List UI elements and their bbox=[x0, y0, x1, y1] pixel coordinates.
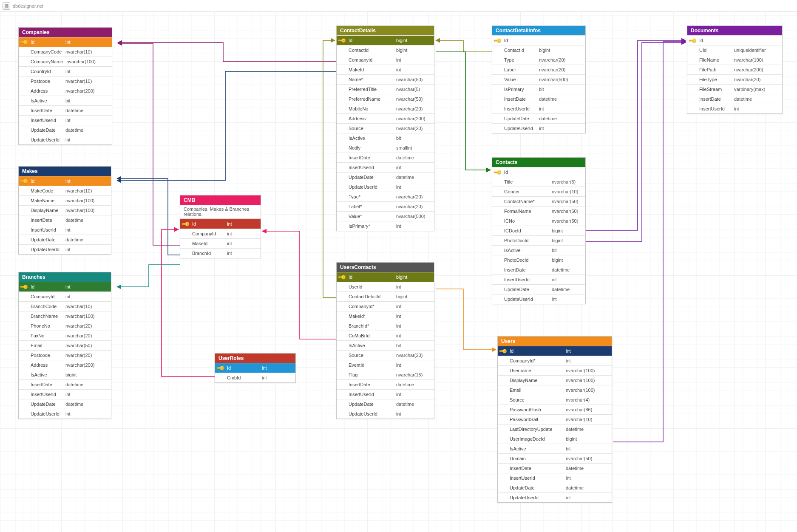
table-row[interactable]: 🔑Idint bbox=[215, 363, 295, 373]
table-row[interactable]: Titlenvarchar(5) bbox=[492, 177, 585, 187]
table-row[interactable]: 🔑Idint bbox=[498, 346, 612, 356]
table-row[interactable]: Usernamenvarchar(100) bbox=[498, 365, 612, 375]
table-row[interactable]: InsertDatedatetime bbox=[498, 463, 612, 473]
table-row[interactable]: UIduniqueidentifier bbox=[687, 45, 782, 55]
table-row[interactable]: InsertUserIdint bbox=[19, 225, 111, 235]
table-row[interactable]: UpdateUserIdint bbox=[19, 409, 111, 419]
table-row[interactable]: InsertUserIdint bbox=[19, 389, 111, 399]
table-row[interactable]: 🔑Idint bbox=[19, 37, 112, 47]
table-header[interactable]: CMB bbox=[180, 195, 261, 205]
table-row[interactable]: UpdateUserIdint bbox=[492, 294, 585, 304]
table-row[interactable]: Addressnvarchar(200) bbox=[19, 86, 112, 96]
table-row[interactable]: BranchNamenvarchar(100) bbox=[19, 311, 111, 321]
table-row[interactable]: FaxNonvarchar(20) bbox=[19, 331, 111, 340]
table-row[interactable]: InsertDatedatetime bbox=[492, 94, 585, 104]
table-documents[interactable]: Documents🔑IdbigintUIduniqueidentifierFil… bbox=[687, 25, 783, 114]
table-row[interactable]: BranchIdint bbox=[180, 248, 261, 258]
table-row[interactable]: UpdateDatedatetime bbox=[19, 399, 111, 409]
table-row[interactable]: Name*nvarchar(50) bbox=[337, 74, 434, 84]
table-row[interactable]: UpdateUserIdint bbox=[19, 135, 112, 144]
table-row[interactable]: InsertDatedatetime bbox=[19, 215, 111, 225]
table-row[interactable]: IsActivebit bbox=[337, 340, 434, 350]
table-row[interactable]: Labelnvarchar(20) bbox=[492, 65, 585, 74]
table-row[interactable]: UpdateDatedatetime bbox=[337, 399, 434, 409]
table-row[interactable]: FileStreamvarbinary(max) bbox=[687, 84, 782, 94]
table-row[interactable]: UserImageDocIdbigint bbox=[498, 434, 612, 444]
table-row[interactable]: CoMaBrIdint bbox=[337, 331, 434, 340]
table-header[interactable]: Documents bbox=[687, 26, 782, 35]
table-row[interactable]: UpdateUserIdint bbox=[19, 244, 111, 254]
table-row[interactable]: IsActivebit bbox=[19, 96, 112, 105]
table-row[interactable]: IsActivebit bbox=[337, 133, 434, 143]
table-row[interactable]: PreferredNamenvarchar(50) bbox=[337, 94, 434, 104]
table-row[interactable]: UpdateDatedatetime bbox=[337, 172, 434, 182]
table-row[interactable]: Emailnvarchar(50) bbox=[19, 340, 111, 350]
table-row[interactable]: 🔑Idbigint bbox=[337, 35, 434, 45]
table-row[interactable]: Typenvarchar(20) bbox=[492, 55, 585, 65]
table-row[interactable]: IsActivebit bbox=[498, 444, 612, 453]
table-row[interactable]: PasswordSaltnvarchar(10) bbox=[498, 414, 612, 424]
table-row[interactable]: FilePathnvarchar(200) bbox=[687, 65, 782, 74]
table-row[interactable]: MakeIdint bbox=[180, 238, 261, 248]
table-row[interactable]: ICDocIdbigint bbox=[492, 226, 585, 235]
table-row[interactable]: 🔑Idbigint bbox=[687, 35, 782, 45]
table-row[interactable]: UpdateUserIdint bbox=[492, 123, 585, 133]
table-contactdetailinfos[interactable]: ContactDetailInfos🔑IdintContactIdbigintT… bbox=[492, 25, 586, 133]
table-userroles[interactable]: UserRoles🔑IdintCmbIdint bbox=[215, 353, 296, 383]
table-row[interactable]: Postcodenvarchar(10) bbox=[19, 76, 112, 86]
diagram-canvas[interactable]: Companies🔑IdintCompanyCodenvarchar(10)Co… bbox=[0, 0, 797, 532]
table-row[interactable]: PhotoDocIdbigint bbox=[492, 235, 585, 245]
table-row[interactable]: InsertUserIdint bbox=[492, 274, 585, 284]
table-users[interactable]: Users🔑IdintCompanyId*intUsernamenvarchar… bbox=[497, 336, 612, 503]
table-row[interactable]: IsActivebigint bbox=[19, 370, 111, 379]
table-row[interactable]: UpdateDatedatetime bbox=[19, 235, 111, 244]
table-row[interactable]: Sourcenvarchar(4) bbox=[498, 395, 612, 405]
table-row[interactable]: 🔑Idint bbox=[19, 282, 111, 291]
table-row[interactable]: 🔑Idbigint bbox=[492, 167, 585, 177]
table-row[interactable]: MakeIdint bbox=[337, 65, 434, 74]
table-branches[interactable]: Branches🔑IdintCompanyIdintBranchCodenvar… bbox=[18, 272, 111, 419]
table-row[interactable]: CompanyId*int bbox=[498, 356, 612, 365]
table-row[interactable]: ICNonvarchar(50) bbox=[492, 216, 585, 226]
table-row[interactable]: DisplayNamenvarchar(100) bbox=[498, 375, 612, 385]
table-row[interactable]: MakeId*int bbox=[337, 311, 434, 321]
table-row[interactable]: PasswordHashnvarchar(86) bbox=[498, 405, 612, 414]
table-row[interactable]: CompanyIdint bbox=[337, 55, 434, 65]
table-row[interactable]: InsertDatedatetime bbox=[19, 105, 112, 115]
table-cmb[interactable]: CMBCompanies, Makes & Branches relations… bbox=[180, 195, 261, 258]
table-row[interactable]: UpdateUserIdint bbox=[337, 409, 434, 419]
table-row[interactable]: IsActivebit bbox=[492, 245, 585, 255]
table-row[interactable]: CmbIdint bbox=[215, 373, 295, 382]
table-row[interactable]: UpdateUserIdint bbox=[498, 492, 612, 502]
table-row[interactable]: UpdateDatedatetime bbox=[492, 284, 585, 294]
table-row[interactable]: CompanyIdint bbox=[180, 229, 261, 238]
table-row[interactable]: InsertUserIdint bbox=[687, 104, 782, 113]
table-row[interactable]: CompanyId*int bbox=[337, 301, 434, 311]
table-row[interactable]: EventIdint bbox=[337, 360, 434, 370]
table-row[interactable]: UpdateDatedatetime bbox=[19, 125, 112, 135]
table-row[interactable]: CompanyNamenvarchar(100) bbox=[19, 57, 112, 66]
table-row[interactable]: Emailnvarchar(100) bbox=[498, 385, 612, 395]
table-row[interactable]: FileTypenvarchar(20) bbox=[687, 74, 782, 84]
table-row[interactable]: Domainnvarchar(50) bbox=[498, 453, 612, 463]
table-header[interactable]: Branches bbox=[19, 272, 111, 282]
table-row[interactable]: InsertDatedatetime bbox=[337, 153, 434, 162]
table-row[interactable]: InsertUserIdint bbox=[19, 115, 112, 125]
table-row[interactable]: ContactName*nvarchar(50) bbox=[492, 196, 585, 206]
table-header[interactable]: Companies bbox=[19, 28, 112, 37]
table-row[interactable]: DisplayNamenvarchar(100) bbox=[19, 205, 111, 215]
table-row[interactable]: InsertDatedatetime bbox=[19, 379, 111, 389]
table-row[interactable]: BranchId*int bbox=[337, 321, 434, 331]
table-row[interactable]: InsertDatedatetime bbox=[492, 265, 585, 274]
table-userscontacts[interactable]: UsersContacts🔑IdbigintUserIdintContactDe… bbox=[336, 262, 434, 419]
table-row[interactable]: LastDirectoryUpdatedatetime bbox=[498, 424, 612, 434]
table-row[interactable]: UserIdint bbox=[337, 282, 434, 291]
table-row[interactable]: ContactIdbigint bbox=[337, 45, 434, 55]
table-row[interactable]: CountryIdint bbox=[19, 66, 112, 76]
table-row[interactable]: IsPrimary*int bbox=[337, 221, 434, 231]
table-row[interactable]: InsertDatedatetime bbox=[687, 94, 782, 104]
table-row[interactable]: InsertUserIdint bbox=[492, 104, 585, 113]
table-row[interactable]: UpdateDatedatetime bbox=[498, 483, 612, 492]
table-header[interactable]: UserRoles bbox=[215, 354, 295, 363]
table-row[interactable]: MobileNonvarchar(20) bbox=[337, 104, 434, 113]
